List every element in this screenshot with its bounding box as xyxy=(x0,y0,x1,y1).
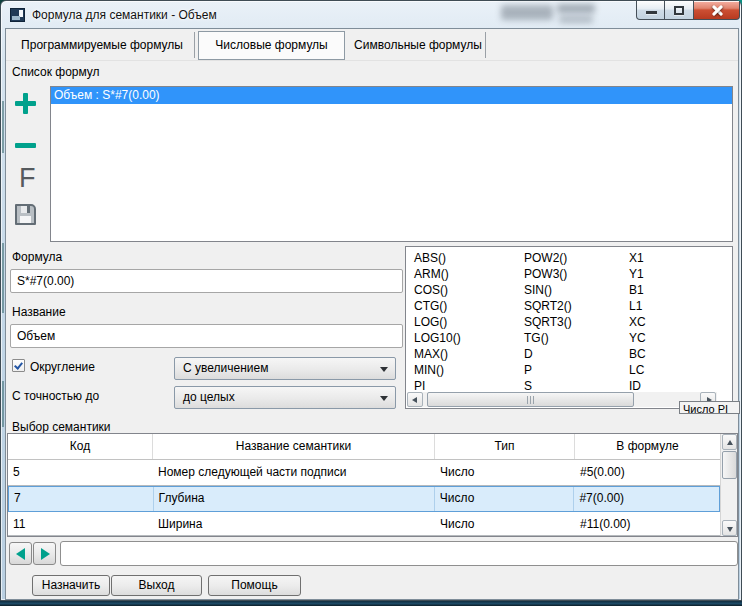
function-item[interactable]: BC xyxy=(629,346,646,362)
formula-label: Формула xyxy=(12,250,62,264)
cell-type: Число xyxy=(435,512,575,535)
title-bar[interactable]: Формула для семантики - Объем xyxy=(1,1,741,29)
maximize-button[interactable] xyxy=(665,1,693,20)
glass-artifact xyxy=(557,4,595,13)
scrollbar-thumb[interactable] xyxy=(722,451,737,479)
scroll-down-button[interactable] xyxy=(722,520,737,536)
glass-artifact xyxy=(2,243,4,313)
function-item[interactable]: D xyxy=(524,346,572,362)
function-item[interactable]: LC xyxy=(629,362,646,378)
tab-bar-divider xyxy=(6,60,738,61)
name-label: Название xyxy=(12,305,66,319)
function-item[interactable]: SQRT2() xyxy=(524,298,572,314)
semantics-table: Код Название семантики Тип В формуле 5 Н… xyxy=(7,433,738,537)
prev-button[interactable] xyxy=(9,542,32,565)
table-header-row: Код Название семантики Тип В формуле xyxy=(8,434,720,460)
function-list[interactable]: ABS() ARM() COS() CTG() LOG() LOG10() MA… xyxy=(405,246,733,409)
pi-tooltip: Число PI xyxy=(679,401,740,414)
column-header-formula: В формуле xyxy=(575,434,720,459)
formula-list-item[interactable]: Объем : S*#7(0.00) xyxy=(51,87,732,104)
vertical-scrollbar[interactable] xyxy=(720,434,737,536)
dialog-content: Программируемые формулы Числовые формулы… xyxy=(5,28,739,600)
remove-formula-button[interactable] xyxy=(15,143,36,148)
next-button[interactable] xyxy=(33,542,56,565)
function-item[interactable]: MAX() xyxy=(414,346,461,362)
formula-list[interactable]: Объем : S*#7(0.00) xyxy=(50,86,733,242)
function-item[interactable]: SQRT3() xyxy=(524,314,572,330)
dialog-window: Формула для семантики - Объем Программир… xyxy=(0,0,742,601)
precision-label: С точностью до xyxy=(12,389,99,403)
formula-list-label: Список формул xyxy=(12,65,100,79)
rounding-mode-value: С увеличением xyxy=(183,361,268,375)
function-editor-button[interactable]: F xyxy=(19,165,36,192)
function-item[interactable]: L1 xyxy=(629,298,646,314)
function-item[interactable]: LOG() xyxy=(414,314,461,330)
horizontal-scrollbar[interactable] xyxy=(407,392,717,407)
function-item[interactable]: X1 xyxy=(629,250,646,266)
function-item[interactable]: POW2() xyxy=(524,250,572,266)
scroll-left-button[interactable] xyxy=(407,392,423,407)
function-item[interactable]: P xyxy=(524,362,572,378)
function-item[interactable]: TG() xyxy=(524,330,572,346)
screen: Формула для семантики - Объем Программир… xyxy=(0,0,742,606)
precision-value: до целых xyxy=(183,390,235,404)
minimize-icon xyxy=(646,11,657,14)
arrow-right-icon xyxy=(41,548,50,560)
table-row[interactable]: 5 Номер следующей части подписи Число #5… xyxy=(8,460,720,486)
minimize-button[interactable] xyxy=(636,1,665,20)
function-item[interactable]: MIN() xyxy=(414,362,461,378)
name-input[interactable] xyxy=(10,324,403,348)
maximize-icon xyxy=(674,6,684,15)
close-button[interactable] xyxy=(693,1,740,20)
function-item[interactable]: LOG10() xyxy=(414,330,461,346)
function-item[interactable]: CTG() xyxy=(414,298,461,314)
column-header-name: Название семантики xyxy=(153,434,435,459)
cell-name: Номер следующей части подписи xyxy=(153,460,435,485)
function-item[interactable]: YC xyxy=(629,330,646,346)
check-icon xyxy=(14,360,23,369)
formula-input[interactable] xyxy=(10,269,403,293)
table-row[interactable]: 11 Ширина Число #11(0.00) xyxy=(8,512,720,536)
function-item[interactable]: ARM() xyxy=(414,266,461,282)
column-header-code: Код xyxy=(8,434,153,459)
exit-button[interactable]: Выход xyxy=(111,575,202,596)
tab-symbolic-formulas[interactable]: Символьные формулы xyxy=(352,32,484,58)
cell-code: 5 xyxy=(8,460,153,485)
cell-name: Глубина xyxy=(154,487,435,511)
function-item[interactable]: COS() xyxy=(414,282,461,298)
chevron-down-icon xyxy=(380,396,388,401)
expression-input[interactable] xyxy=(60,541,738,566)
tab-programmable-formulas[interactable]: Программируемые формулы xyxy=(10,32,194,58)
function-item[interactable]: POW3() xyxy=(524,266,572,282)
rounding-mode-select[interactable]: С увеличением xyxy=(174,357,396,380)
table-row-selected[interactable]: 7 Глубина Число #7(0.00) xyxy=(8,486,720,512)
function-item[interactable]: B1 xyxy=(629,282,646,298)
glass-artifact xyxy=(2,101,4,153)
precision-select[interactable]: до целых xyxy=(174,386,396,409)
window-controls xyxy=(636,1,740,20)
function-item[interactable]: Y1 xyxy=(629,266,646,282)
glass-artifact xyxy=(559,16,593,23)
rounding-checkbox[interactable] xyxy=(12,359,25,372)
window-title: Формула для семантики - Объем xyxy=(32,8,217,22)
arrow-left-icon xyxy=(16,548,25,560)
plus-icon xyxy=(23,93,28,114)
chevron-down-icon xyxy=(380,367,388,372)
scroll-up-button[interactable] xyxy=(722,434,737,450)
cell-formula: #11(0.00) xyxy=(575,512,720,535)
add-formula-button[interactable] xyxy=(15,93,36,114)
function-item[interactable]: SIN() xyxy=(524,282,572,298)
arrow-up-icon xyxy=(727,440,733,445)
function-item[interactable]: ABS() xyxy=(414,250,461,266)
rounding-label: Округление xyxy=(30,360,95,374)
tab-separator xyxy=(485,32,486,58)
help-button[interactable]: Помощь xyxy=(208,575,301,596)
function-column: X1 Y1 B1 L1 XC YC BC LC ID xyxy=(629,250,646,394)
scrollbar-thumb[interactable] xyxy=(427,392,634,407)
function-item[interactable]: XC xyxy=(629,314,646,330)
tab-numeric-formulas[interactable]: Числовые формулы xyxy=(198,31,345,60)
save-formula-button[interactable] xyxy=(15,204,36,225)
semantics-label: Выбор семантики xyxy=(12,420,111,434)
assign-button[interactable]: Назначить xyxy=(32,575,110,596)
cell-type: Число xyxy=(435,460,575,485)
